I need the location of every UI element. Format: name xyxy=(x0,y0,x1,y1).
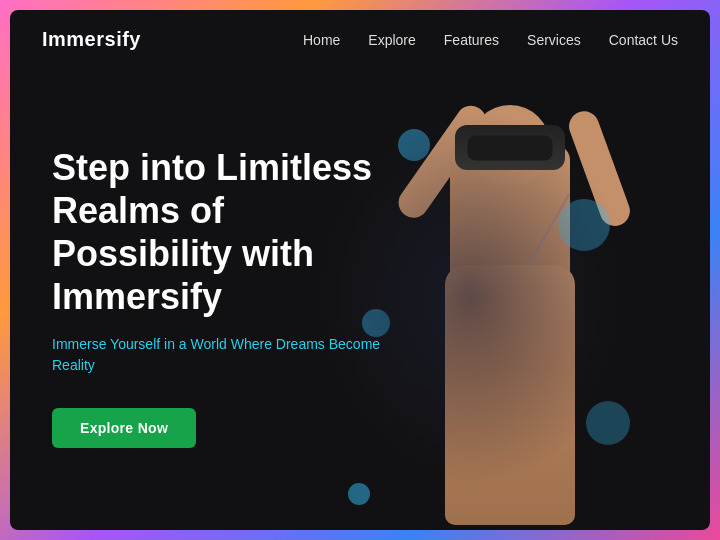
explore-now-button[interactable]: Explore Now xyxy=(52,408,196,448)
hero-title: Step into Limitless Realms of Possibilit… xyxy=(52,146,390,319)
person-body xyxy=(445,265,575,525)
main-window: Immersify Home Explore Features Services… xyxy=(10,10,710,530)
floating-orb-1 xyxy=(398,129,430,161)
nav-item-contact[interactable]: Contact Us xyxy=(609,32,678,48)
hero-content: Step into Limitless Realms of Possibilit… xyxy=(10,146,390,449)
vr-headset xyxy=(455,125,565,170)
nav-item-home[interactable]: Home xyxy=(303,32,340,48)
hero-subtitle: Immerse Yourself in a World Where Dreams… xyxy=(52,334,390,376)
nav-links: Home Explore Features Services Contact U… xyxy=(303,31,678,49)
hero-section: Step into Limitless Realms of Possibilit… xyxy=(10,69,710,525)
logo: Immersify xyxy=(42,28,141,51)
floating-orb-2 xyxy=(558,199,610,251)
floating-orb-5 xyxy=(348,483,370,505)
navbar: Immersify Home Explore Features Services… xyxy=(10,10,710,69)
floating-orb-4 xyxy=(586,401,630,445)
nav-item-explore[interactable]: Explore xyxy=(368,32,415,48)
nav-item-features[interactable]: Features xyxy=(444,32,499,48)
nav-item-services[interactable]: Services xyxy=(527,32,581,48)
